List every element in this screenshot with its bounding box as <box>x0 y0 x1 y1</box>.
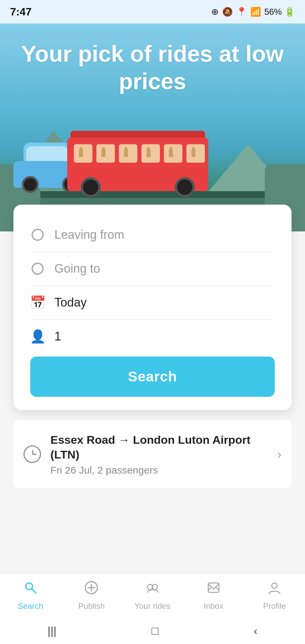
bus-window-1 <box>74 144 92 163</box>
recent-route: Essex Road → London Luton Airport (LTN) <box>50 432 268 462</box>
android-back-btn[interactable]: ‹ <box>254 624 257 637</box>
origin-circle <box>32 229 44 241</box>
going-to-icon <box>30 261 45 276</box>
recent-details: Fri 26 Jul, 2 passengers <box>50 465 268 476</box>
bus-window-6 <box>186 144 205 163</box>
search-tab-icon <box>23 580 38 599</box>
publish-tab-label: Publish <box>78 601 105 611</box>
search-tab-label: Search <box>18 601 43 611</box>
publish-tab-icon <box>84 580 99 599</box>
tab-search[interactable]: Search <box>0 574 61 617</box>
search-card: Leaving from Going to 📅 Today 👤 1 Search <box>13 205 292 410</box>
bus-window-2 <box>96 144 115 163</box>
leaving-from-field[interactable]: Leaving from <box>30 218 275 252</box>
passengers-icon: 👤 <box>30 329 45 344</box>
tab-inbox[interactable]: Inbox <box>183 574 244 617</box>
status-time: 7:47 <box>10 6 32 18</box>
recent-search-item[interactable]: Essex Road → London Luton Airport (LTN) … <box>13 420 292 488</box>
car-wheel-left <box>22 176 39 193</box>
clock-icon <box>24 445 41 463</box>
inbox-tab-icon <box>206 580 221 599</box>
bottom-navigation: Search Publish Your rides <box>0 573 305 644</box>
profile-tab-icon <box>267 580 282 599</box>
android-nav-bar: ||| □ ‹ <box>0 617 305 644</box>
date-field[interactable]: 📅 Today <box>30 286 275 320</box>
status-bar: 7:47 ⊕ 🔕 📍 📶 56% 🔋 <box>0 0 305 23</box>
your-rides-tab-label: Your rides <box>134 601 170 611</box>
wifi-icon: 📶 <box>250 7 261 17</box>
tab-publish[interactable]: Publish <box>61 574 122 617</box>
svg-line-1 <box>32 589 36 593</box>
recent-search-info: Essex Road → London Luton Airport (LTN) … <box>50 432 268 476</box>
bus-illustration <box>67 131 208 191</box>
android-menu-btn[interactable]: ||| <box>48 624 57 637</box>
passengers-field[interactable]: 👤 1 <box>30 320 275 353</box>
going-to-field[interactable]: Going to <box>30 252 275 286</box>
bus-wheel-left <box>81 177 101 197</box>
tab-your-rides[interactable]: Your rides <box>122 574 183 617</box>
android-home-btn[interactable]: □ <box>151 624 159 637</box>
bus-window-3 <box>119 144 137 163</box>
tab-profile[interactable]: Profile <box>244 574 305 617</box>
your-rides-tab-icon <box>144 580 161 599</box>
inbox-tab-label: Inbox <box>204 601 223 611</box>
hero-title: Your pick of rides at low prices <box>0 23 305 105</box>
bus-windows <box>74 144 205 163</box>
svg-point-8 <box>272 583 277 588</box>
hero-section: Your pick of rides at low prices <box>0 23 305 231</box>
calendar-icon: 📅 <box>30 295 45 310</box>
profile-tab-label: Profile <box>263 601 286 611</box>
bluetooth-icon: ⊕ <box>211 7 219 17</box>
nav-tabs: Search Publish Your rides <box>0 574 305 617</box>
status-icons: ⊕ 🔕 📍 📶 56% 🔋 <box>211 7 295 17</box>
destination-circle <box>32 263 44 275</box>
leaving-from-icon <box>30 227 45 242</box>
leaving-from-text: Leaving from <box>54 228 124 242</box>
bus-wheel-right <box>175 177 195 197</box>
going-to-text: Going to <box>54 262 100 276</box>
battery-icon: 56% 🔋 <box>264 7 295 17</box>
bus-window-5 <box>164 144 182 163</box>
location-icon: 📍 <box>236 7 247 17</box>
bus-window-4 <box>141 144 160 163</box>
passengers-text: 1 <box>54 329 61 343</box>
date-text: Today <box>54 296 87 310</box>
sound-icon: 🔕 <box>222 7 233 17</box>
svg-rect-7 <box>208 583 219 592</box>
chevron-right-icon: › <box>277 447 281 462</box>
road-rail <box>0 191 305 198</box>
search-button[interactable]: Search <box>30 357 275 397</box>
